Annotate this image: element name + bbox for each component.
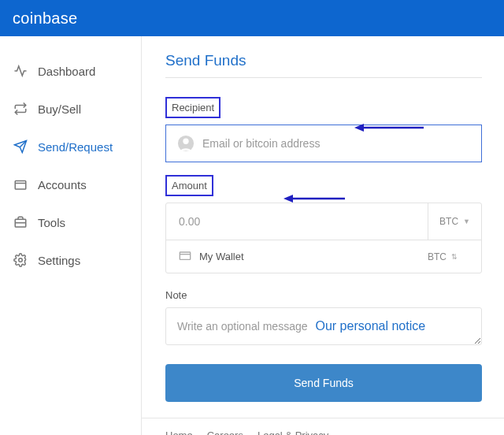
footer: Home Careers Legal & Privacy [142,418,504,435]
page-title: Send Funds [165,52,482,69]
note-label: Note [165,289,482,301]
sidebar-item-buysell[interactable]: Buy/Sell [0,90,141,128]
divider [165,77,482,78]
currency-label: BTC [428,251,447,262]
sidebar-item-label: Tools [38,216,65,229]
note-placeholder: Write an optional message [177,320,308,333]
sidebar-item-label: Buy/Sell [38,102,81,116]
amount-label: Amount [165,175,213,196]
amount-group: BTC ▼ My Wallet BTC ⇅ [165,203,482,273]
currency-label: BTC [439,216,458,227]
avatar-icon [177,135,195,152]
sidebar-item-sendrequest[interactable]: Send/Request [0,128,141,165]
sidebar-item-label: Settings [38,254,80,267]
sidebar-item-label: Accounts [38,178,87,191]
personal-notice-text: Our personal notice [316,319,426,333]
swap-icon [13,101,28,117]
amount-row: BTC ▼ [166,203,481,240]
svg-point-4 [19,258,23,262]
recipient-label: Recipient [165,97,220,118]
footer-link-careers[interactable]: Careers [207,429,243,435]
wallet-name: My Wallet [199,251,417,262]
sidebar-item-dashboard[interactable]: Dashboard [0,52,141,90]
sidebar-item-label: Dashboard [38,65,95,78]
svg-rect-2 [15,181,26,190]
sidebar-item-accounts[interactable]: Accounts [0,165,141,203]
amount-currency-selector[interactable]: BTC ▼ [428,203,481,240]
main-content: Send Funds Recipient Amount BTC ▼ M [142,36,504,435]
gear-icon [13,252,28,268]
svg-point-6 [183,139,188,144]
sidebar-item-tools[interactable]: Tools [0,203,141,241]
chevron-down-icon: ▼ [463,217,470,225]
wallet-currency-selector[interactable]: BTC ⇅ [417,251,469,262]
footer-link-legal[interactable]: Legal & Privacy [258,429,328,435]
app-header: coinbase [0,0,504,36]
folder-icon [13,177,28,192]
note-field[interactable]: Write an optional message Our personal n… [165,307,482,345]
sort-icon: ⇅ [451,253,458,261]
send-icon [13,139,28,154]
recipient-field[interactable] [165,125,482,162]
pulse-icon [13,63,28,79]
sidebar-item-settings[interactable]: Settings [0,241,141,279]
wallet-icon [179,250,191,263]
sidebar-item-label: Send/Request [38,140,113,154]
svg-marker-11 [284,195,293,203]
svg-rect-7 [180,252,190,259]
amount-input[interactable] [166,204,428,239]
footer-link-home[interactable]: Home [165,429,193,435]
briefcase-icon [13,214,28,230]
sidebar: Dashboard Buy/Sell Send/Request Accounts [0,36,142,435]
send-funds-button[interactable]: Send Funds [165,364,482,402]
wallet-row[interactable]: My Wallet BTC ⇅ [166,240,481,273]
layout: Dashboard Buy/Sell Send/Request Accounts [0,36,504,435]
logo: coinbase [13,9,77,28]
recipient-input[interactable] [202,137,470,150]
